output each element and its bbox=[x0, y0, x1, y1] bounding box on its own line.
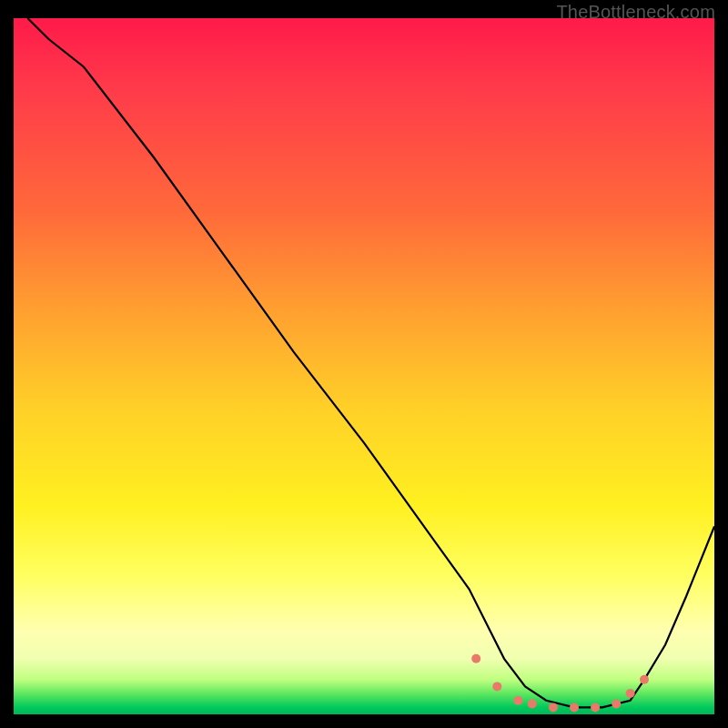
plot-area bbox=[14, 18, 714, 714]
marker-dot bbox=[471, 654, 480, 663]
marker-dot bbox=[640, 675, 649, 684]
chart-frame: TheBottleneck.com bbox=[0, 0, 728, 728]
marker-dot bbox=[626, 689, 635, 698]
chart-svg bbox=[14, 18, 714, 714]
marker-dot bbox=[549, 703, 558, 712]
marker-dot bbox=[591, 703, 600, 712]
marker-dot bbox=[528, 700, 537, 709]
marker-dot bbox=[492, 682, 501, 691]
marker-dot bbox=[612, 700, 621, 709]
marker-dot bbox=[570, 703, 579, 712]
watermark-text: TheBottleneck.com bbox=[556, 2, 715, 23]
curve-line bbox=[27, 18, 714, 707]
marker-dot bbox=[513, 696, 522, 705]
